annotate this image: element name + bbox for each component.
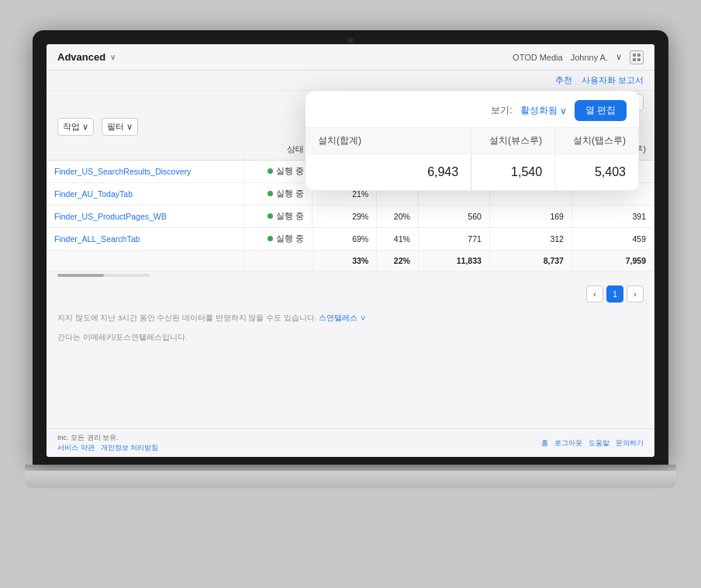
recommend-link[interactable]: 추천 [555, 74, 572, 86]
screen-content: Advanced ∨ OTOD Media Johnny A. ∨ 추천 [47, 44, 654, 457]
bottom-link[interactable]: 스연탤레스 ∨ [319, 313, 366, 322]
row-installs-tap: 459 [572, 228, 654, 251]
popup-val-view: 1,540 [471, 154, 555, 191]
popup-data-row: 6,943 1,540 5,403 [306, 154, 639, 191]
column-editor-popup: 보기: 활성화됨 ∨ 열 편집 설치(합계) 설치(뷰스루) 설치(탭스 [306, 91, 639, 191]
row-cr2: 41% [377, 228, 419, 251]
footer-cr: 33% [312, 251, 376, 272]
popup-val-tap: 5,403 [555, 154, 639, 191]
table-row: Finder_US_ProductPages_WB 실행 중 29% 20% 5… [47, 206, 654, 228]
row-cr2: 20% [377, 206, 419, 228]
nav-chevron-icon[interactable]: ∨ [110, 53, 116, 61]
next-page-btn[interactable]: › [627, 285, 644, 303]
scrollbar-thumb[interactable] [57, 274, 104, 277]
sub-nav: 추천 사용자화 보고서 [47, 71, 654, 91]
row-status: 실행 중 [245, 206, 313, 228]
screen-bezel: Advanced ∨ OTOD Media Johnny A. ∨ 추천 [33, 30, 668, 465]
row-name[interactable]: Finder_AU_TodayTab [47, 183, 245, 206]
page-1-btn[interactable]: 1 [606, 285, 623, 303]
row-cr: 29% [312, 206, 376, 228]
col-status[interactable]: 상태 [245, 140, 313, 161]
row-status: 실행 중 [245, 183, 313, 206]
popup-col-total[interactable]: 설치(합계) [306, 128, 471, 154]
laptop-shell: Advanced ∨ OTOD Media Johnny A. ∨ 추천 [33, 30, 668, 558]
grid-icon[interactable] [630, 50, 644, 64]
laptop-base [25, 471, 676, 488]
table-row: Finder_ALL_SearchTab 실행 중 69% 41% 771 31… [47, 228, 654, 251]
footer-left-links: 서비스 약관 개인정보 처리방침 [57, 443, 158, 453]
prev-page-btn[interactable]: ‹ [586, 285, 603, 303]
help-link[interactable]: 도움말 [589, 438, 609, 448]
footer-copy-text: Inc. 모든 권리 보유. [57, 434, 119, 441]
row-name[interactable]: Finder_ALL_SearchTab [47, 228, 245, 251]
laptop-hinge [25, 465, 676, 471]
footer-cr2: 22% [377, 251, 419, 272]
row-status: 실행 중 [245, 161, 313, 183]
row-installs-total: 771 [418, 228, 489, 251]
user-report-link[interactable]: 사용자화 보고서 [582, 74, 644, 86]
scrollbar-track[interactable] [57, 274, 150, 277]
popup-edit-btn[interactable]: 열 편집 [575, 100, 627, 121]
popup-view-value: 활성화됨 [520, 104, 558, 117]
row-cr: 69% [312, 228, 376, 251]
camera [347, 37, 354, 43]
row-installs-tap: 391 [572, 206, 654, 228]
popup-view-label: 보기: [491, 104, 512, 117]
nav-title[interactable]: Advanced [57, 51, 105, 63]
create-label: 작업 [63, 121, 80, 133]
scrollbar-container [47, 272, 654, 279]
user-label[interactable]: Johnny A. [571, 53, 608, 62]
bottom-info: 지지 않도에 지난 3시간 동안 수신된 데이터를 반영하지 않을 수도 있습니… [47, 309, 654, 328]
filter-btn[interactable]: 필터 ∨ [102, 118, 138, 136]
logout-link[interactable]: 로그아웃 [554, 438, 582, 448]
filter-label: 필터 [107, 121, 124, 133]
popup-header: 보기: 활성화됨 ∨ 열 편집 [306, 91, 639, 127]
row-name[interactable]: Finder_US_SearchResults_Discovery [47, 161, 245, 183]
footer-right-links: 홈 로그아웃 도움말 문의하기 [541, 438, 644, 448]
row-installs-view: 312 [489, 228, 572, 251]
footer-copy: Inc. 모든 권리 보유. 서비스 약관 개인정보 처리방침 [57, 433, 158, 453]
popup-col-tap[interactable]: 설치(탭스루) [555, 128, 639, 154]
top-nav: Advanced ∨ OTOD Media Johnny A. ∨ [47, 44, 654, 71]
terms-link[interactable]: 서비스 약관 [57, 443, 95, 453]
footer-name [47, 251, 245, 272]
filter-chevron-icon: ∨ [126, 122, 133, 132]
footer-installs-tap: 7,959 [572, 251, 654, 272]
bottom-info2: 간다는 이메레키/포스연탤레스입니다. [47, 328, 654, 348]
popup-val-total: 6,943 [306, 154, 471, 191]
popup-view-select[interactable]: 활성화됨 ∨ [520, 104, 567, 117]
home-link[interactable]: 홈 [541, 438, 548, 448]
contact-link[interactable]: 문의하기 [616, 438, 644, 448]
create-chevron-icon: ∨ [82, 122, 88, 132]
popup-table: 설치(합계) 설치(뷰스루) 설치(탭스루) 6,943 1,540 5,403 [306, 127, 639, 191]
nav-right: OTOD Media Johnny A. ∨ [513, 50, 644, 64]
table-footer-row: 33% 22% 11,833 8,737 7,959 [47, 251, 654, 272]
create-btn[interactable]: 작업 ∨ [57, 118, 94, 136]
footer-installs-view: 8,737 [489, 251, 572, 272]
bottom-info-text: 지지 않도에 지난 3시간 동안 수신된 데이터를 반영하지 않을 수도 있습니… [57, 313, 316, 322]
laptop-screen: Advanced ∨ OTOD Media Johnny A. ∨ 추천 [47, 44, 654, 457]
user-chevron-icon[interactable]: ∨ [616, 52, 622, 62]
footer-installs-total: 11,833 [418, 251, 489, 272]
org-label: OTOD Media [513, 53, 563, 62]
nav-left: Advanced ∨ [57, 51, 116, 63]
footer-status [245, 251, 313, 272]
privacy-link[interactable]: 개인정보 처리방침 [101, 443, 159, 453]
pagination: ‹ 1 › [47, 279, 654, 309]
row-installs-view: 169 [489, 206, 572, 228]
row-name[interactable]: Finder_US_ProductPages_WB [47, 206, 245, 228]
row-installs-total: 560 [418, 206, 489, 228]
popup-col-view[interactable]: 설치(뷰스루) [471, 128, 555, 154]
bottom-info2-text: 간다는 이메레키/포스연탤레스입니다. [57, 333, 188, 341]
row-status: 실행 중 [245, 228, 313, 251]
screen-footer: Inc. 모든 권리 보유. 서비스 약관 개인정보 처리방침 홈 로그아웃 도… [47, 428, 654, 457]
col-name[interactable] [47, 140, 245, 161]
popup-view-chevron-icon: ∨ [560, 105, 567, 116]
